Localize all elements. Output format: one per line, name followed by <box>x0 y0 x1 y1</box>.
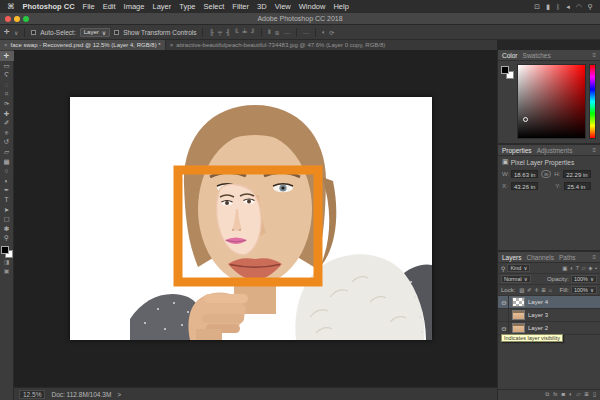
lock-artboard-icon[interactable]: ⊞ <box>541 287 546 293</box>
volume-icon[interactable]: ◂ <box>566 3 570 11</box>
align-bottom-edges-icon[interactable]: ╜ <box>251 29 255 35</box>
quick-selection-tool[interactable]: ◌ <box>0 80 14 90</box>
healing-brush-tool[interactable]: ✚ <box>0 109 14 119</box>
move-tool[interactable]: ✛ <box>0 51 14 61</box>
opacity-dropdown[interactable]: 100% ∨ <box>571 275 597 283</box>
menu-app-name[interactable]: Photoshop CC <box>23 2 75 11</box>
menu-select[interactable]: Select <box>204 2 225 11</box>
layer-filter-kind-dropdown[interactable]: Kind ∨ <box>507 264 530 272</box>
path-selection-tool[interactable]: ➤ <box>0 205 14 215</box>
crop-tool[interactable]: ⌗ <box>0 89 14 99</box>
menu-view[interactable]: View <box>275 2 291 11</box>
eraser-tool[interactable]: ▱ <box>0 147 14 157</box>
align-horizontal-centers-icon[interactable]: ╤ <box>218 29 222 35</box>
smart-object-filter-icon[interactable]: ◈ <box>588 265 592 271</box>
layer-group-icon[interactable]: ▱ <box>576 391 580 398</box>
shape-filter-icon[interactable]: ▱ <box>582 265 586 271</box>
menu-3d[interactable]: 3D <box>257 2 267 11</box>
tab-color[interactable]: Color <box>502 52 518 59</box>
link-layers-icon[interactable]: ⧉ <box>545 391 549 398</box>
keyboard-brightness-icon[interactable]: ⊡ <box>534 3 540 11</box>
auto-select-dropdown[interactable]: Layer ∨ <box>80 28 110 37</box>
document-tab-inactive[interactable]: × attractive-beautifulpeach-beautiful-73… <box>165 40 497 50</box>
close-window-button[interactable] <box>5 16 11 22</box>
pixel-layer-filter-icon[interactable]: ▣ <box>562 265 567 271</box>
foreground-background-swatches[interactable] <box>1 246 13 258</box>
fill-dropdown[interactable]: 100% ∨ <box>571 286 597 294</box>
hue-slider[interactable] <box>589 64 596 139</box>
constrain-link-icon[interactable]: ∞ <box>541 170 551 178</box>
adjustment-layer-icon[interactable]: ◐ <box>569 391 572 398</box>
bluetooth-icon[interactable]: ᛒ <box>556 3 560 11</box>
tool-preset-arrow-icon[interactable]: ∨ <box>14 29 18 36</box>
layer-row-layer-3[interactable]: Layer 3 <box>498 309 600 322</box>
menu-edit[interactable]: Edit <box>103 2 116 11</box>
align-right-edges-icon[interactable]: ╢ <box>226 29 230 35</box>
type-tool[interactable]: T <box>0 195 14 205</box>
delete-layer-icon[interactable]: ▯ <box>593 391 596 398</box>
status-options-chevron-icon[interactable]: > <box>117 391 121 398</box>
zoom-tool[interactable]: ⚲ <box>0 233 14 243</box>
menu-file[interactable]: File <box>83 2 95 11</box>
layer-visibility-toggle[interactable] <box>500 309 509 322</box>
dodge-tool[interactable]: ◐ <box>0 176 14 186</box>
hand-tool[interactable]: ✽ <box>0 224 14 234</box>
layer-mask-icon[interactable]: ◙ <box>561 391 564 398</box>
tab-swatches[interactable]: Swatches <box>523 52 551 59</box>
foreground-color-swatch[interactable] <box>1 246 9 254</box>
brush-tool[interactable]: ✐ <box>0 118 14 128</box>
workspace-rotate-icon[interactable]: ⟳ <box>329 29 334 36</box>
apple-menu-icon[interactable]: ⌘ <box>7 2 15 11</box>
lasso-tool[interactable]: Ϛ <box>0 70 14 80</box>
battery-icon[interactable]: ▮ <box>546 3 550 11</box>
x-field[interactable]: 43.26 in <box>511 182 538 190</box>
menu-window[interactable]: Window <box>299 2 326 11</box>
foreground-color-swatch[interactable] <box>501 66 509 74</box>
minimize-window-button[interactable] <box>14 16 20 22</box>
align-options-more-icon[interactable]: ⋯ <box>303 29 309 36</box>
document-tab-active[interactable]: × face swap - Recovered.psd @ 12.5% (Lay… <box>0 40 165 50</box>
layer-thumbnail[interactable] <box>512 297 525 307</box>
eyedropper-tool[interactable]: ✑ <box>0 99 14 109</box>
blend-mode-dropdown[interactable]: Normal ∨ <box>501 275 531 283</box>
layer-style-icon[interactable]: fx <box>553 391 557 398</box>
zoom-level-field[interactable]: 12.5% <box>19 390 45 399</box>
height-field[interactable]: 22.29 in <box>563 170 590 178</box>
layer-row-layer-4[interactable]: ⊙ Layer 4 <box>498 296 600 309</box>
distribute-vertical-icon[interactable]: ⫴ <box>268 29 271 36</box>
adjustment-filter-icon[interactable]: ◐ <box>570 265 573 271</box>
menu-type[interactable]: Type <box>179 2 195 11</box>
tab-layers[interactable]: Layers <box>502 254 522 261</box>
layer-visibility-toggle[interactable]: ⊙ <box>500 322 509 335</box>
document-canvas[interactable] <box>70 97 432 340</box>
menu-help[interactable]: Help <box>333 2 348 11</box>
align-top-edges-icon[interactable]: ╙ <box>234 29 238 35</box>
workspace-3d-mode-icon[interactable]: ◐ <box>322 29 326 35</box>
lock-transparency-icon[interactable]: ▨ <box>519 287 524 293</box>
lock-all-icon[interactable]: ⌂ <box>548 287 551 293</box>
zoom-window-button[interactable] <box>23 16 29 22</box>
close-tab-icon[interactable]: × <box>4 42 8 48</box>
canvas-work-area[interactable] <box>14 50 497 387</box>
spotlight-icon[interactable]: ⚲ <box>588 3 593 11</box>
width-field[interactable]: 18.63 in <box>511 170 538 178</box>
layer-name[interactable]: Layer 3 <box>528 312 548 318</box>
panel-menu-icon[interactable]: ≡ <box>592 52 596 58</box>
tab-properties[interactable]: Properties <box>502 147 532 154</box>
close-tab-icon[interactable]: × <box>170 42 174 48</box>
panel-menu-icon[interactable]: ≡ <box>592 254 596 260</box>
new-layer-icon[interactable]: ⊞ <box>584 391 589 398</box>
lock-pixels-icon[interactable]: ✐ <box>527 287 532 293</box>
layer-visibility-toggle[interactable]: ⊙ <box>500 296 509 309</box>
layer-thumbnail[interactable] <box>512 323 525 333</box>
gradient-tool[interactable]: ▦ <box>0 157 14 167</box>
auto-select-checkbox[interactable] <box>31 30 36 35</box>
y-field[interactable]: 25.4 in <box>564 182 591 190</box>
distribute-horizontal-icon[interactable]: ≋ <box>275 29 280 36</box>
lock-position-icon[interactable]: ✛ <box>534 287 539 293</box>
tab-adjustments[interactable]: Adjustments <box>537 147 573 154</box>
tab-channels[interactable]: Channels <box>527 254 554 261</box>
color-picker-handle[interactable] <box>523 117 528 122</box>
quick-mask-icon[interactable]: ◨ <box>4 258 10 267</box>
layer-thumbnail[interactable] <box>512 310 525 320</box>
